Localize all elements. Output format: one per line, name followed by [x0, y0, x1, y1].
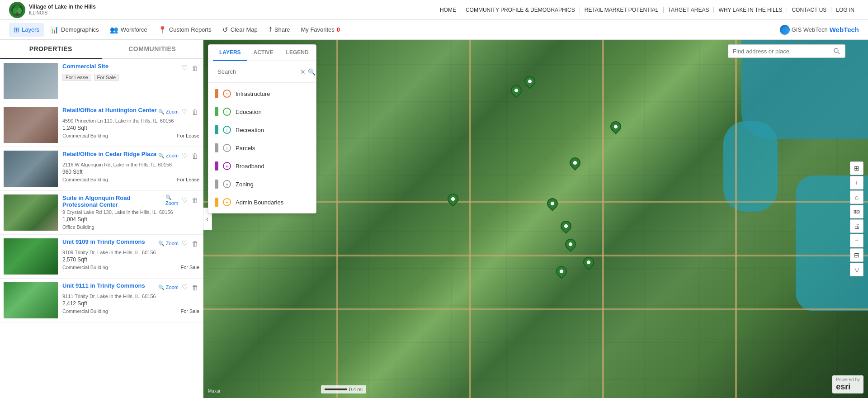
tab-layers[interactable]: LAYERS — [213, 45, 247, 61]
esri-logo: Powered by esri — [832, 375, 863, 393]
site-logo: Village of Lake in the Hills ILLINOIS — [9, 2, 96, 18]
map-grid-button[interactable]: ⊞ — [850, 161, 863, 175]
delete-button[interactable]: 🗑 — [191, 107, 199, 117]
property-actions: 🔍 Zoom ♡ 🗑 — [158, 107, 199, 117]
gis-globe-icon: 🌐 — [780, 25, 790, 35]
property-name[interactable]: Unit 9111 in Trinity Commons — [62, 282, 145, 289]
layer-name: Zoning — [236, 181, 254, 188]
map-home-button[interactable]: ⌂ — [850, 190, 863, 204]
property-lease: For Sale — [180, 308, 199, 314]
map-road-vertical-2 — [469, 40, 471, 398]
favorite-button[interactable]: ♡ — [181, 107, 189, 117]
my-favorites-button[interactable]: My Favorites 0 — [296, 24, 344, 36]
demographics-button[interactable]: 📊 Demographics — [46, 23, 104, 37]
property-lease: For Lease — [177, 133, 199, 138]
layers-tabs: LAYERS ACTIVE LEGEND — [208, 45, 316, 61]
custom-reports-button[interactable]: 📍 Custom Reports — [154, 23, 216, 37]
tab-legend[interactable]: LEGEND — [280, 45, 315, 61]
main-content: PROPERTIES COMMUNITIES Commercial Site ♡… — [0, 40, 868, 398]
layers-search-input[interactable] — [213, 65, 298, 79]
favorite-button[interactable]: ♡ — [181, 63, 189, 73]
favorite-button[interactable]: ♡ — [181, 238, 189, 248]
map-search-input[interactable] — [733, 48, 830, 55]
favorite-button[interactable]: ♡ — [181, 151, 189, 161]
tag-for-lease: For Lease — [62, 74, 91, 81]
list-item: Unit 9111 in Trinity Commons 🔍 Zoom ♡ 🗑 … — [0, 279, 203, 322]
map-more-button[interactable]: ▽ — [850, 263, 863, 276]
nav-home[interactable]: HOME — [435, 7, 461, 13]
map-road-horizontal-3 — [203, 308, 868, 310]
delete-button[interactable]: 🗑 — [191, 195, 199, 205]
delete-button[interactable]: 🗑 — [191, 283, 199, 292]
nav-contact[interactable]: CONTACT US — [787, 7, 831, 13]
delete-button[interactable]: 🗑 — [191, 151, 199, 161]
layer-add-icon: + — [223, 144, 231, 152]
zoom-button[interactable]: 🔍 Zoom — [158, 284, 179, 290]
property-header: Suite in Algonquin Road Professional Cen… — [62, 194, 199, 208]
nav-target-areas[interactable]: TARGET AREAS — [664, 7, 714, 13]
property-lease: For Sale — [180, 265, 199, 270]
property-name[interactable]: Suite in Algonquin Road Professional Cen… — [62, 194, 165, 208]
layer-item-parcels[interactable]: + Parcels — [208, 139, 316, 157]
property-info: Commercial Site ♡ 🗑 For Lease For Sale — [62, 63, 199, 99]
map-search-bar — [728, 44, 845, 58]
property-type: Commercial Building — [62, 265, 108, 270]
layer-color-zoning — [215, 180, 218, 189]
layer-item-zoning[interactable]: + Zoning — [208, 175, 316, 193]
property-lease: For Lease — [177, 177, 199, 182]
map-zoom-in-button[interactable]: + — [850, 176, 863, 190]
property-name[interactable]: Retail/Office at Huntington Center — [62, 107, 157, 114]
clear-map-button[interactable]: ↺ Clear Map — [218, 23, 262, 37]
layer-name: Broadband — [236, 163, 264, 170]
property-info: Retail/Office at Huntington Center 🔍 Zoo… — [62, 107, 199, 143]
nav-why[interactable]: WHY LAKE IN THE HILLS — [714, 7, 787, 13]
workforce-button[interactable]: 👥 Workforce — [105, 23, 152, 37]
tab-communities[interactable]: COMMUNITIES — [102, 40, 203, 58]
layer-item-broadband[interactable]: + Broadband — [208, 157, 316, 175]
search-icon[interactable]: 🔍 — [308, 68, 316, 76]
property-actions: 🔍 Zoom ♡ 🗑 — [158, 238, 199, 248]
map-search-wrap — [728, 44, 845, 58]
map-print-button[interactable]: 🖨 — [850, 219, 863, 233]
share-icon: ⤴ — [269, 26, 272, 33]
property-name[interactable]: Retail/Office in Cedar Ridge Plaza — [62, 151, 156, 157]
delete-button[interactable]: 🗑 — [191, 63, 199, 73]
property-image — [4, 282, 58, 318]
property-header: Commercial Site ♡ 🗑 — [62, 63, 199, 73]
nav-retail[interactable]: RETAIL MARKET POTENTIAL — [580, 7, 664, 13]
nav-community-profile[interactable]: COMMUNITY PROFILE & DEMOGRAPHICS — [461, 7, 580, 13]
search-clear-icon[interactable]: ✕ — [300, 68, 306, 76]
delete-button[interactable]: 🗑 — [191, 239, 199, 248]
layers-button[interactable]: ⊞ Layers — [9, 23, 44, 37]
zoom-button[interactable]: 🔍 Zoom — [158, 241, 179, 246]
favorite-button[interactable]: ♡ — [181, 195, 189, 205]
map-3d-button[interactable]: 3D — [850, 205, 863, 218]
map-area[interactable]: LAYERS ACTIVE LEGEND ✕ 🔍 + Infrastructur… — [203, 40, 868, 398]
map-measure-button[interactable]: ⊟ — [850, 248, 863, 262]
layer-add-icon: + — [223, 180, 231, 188]
property-name[interactable]: Unit 9109 in Trinity Commons — [62, 238, 145, 245]
layer-item-recreation[interactable]: + Recreation — [208, 121, 316, 139]
layer-item-admin-boundaries[interactable]: + Admin Boundaries — [208, 193, 316, 211]
zoom-button[interactable]: 🔍 Zoom — [158, 153, 179, 159]
layer-add-icon: + — [223, 126, 231, 134]
zoom-button[interactable]: 🔍 Zoom — [158, 109, 179, 115]
list-item: Unit 9109 in Trinity Commons 🔍 Zoom ♡ 🗑 … — [0, 235, 203, 279]
property-size: 960 Sqft — [62, 169, 199, 175]
tab-properties[interactable]: PROPERTIES — [0, 40, 102, 59]
map-road-horizontal-2 — [203, 255, 868, 256]
layer-item-education[interactable]: + Education — [208, 103, 316, 121]
site-name: Village of Lake in the Hills ILLINOIS — [29, 4, 96, 15]
layer-color-parcels — [215, 143, 218, 152]
gis-brand-name: WebTech — [830, 26, 859, 33]
tab-active[interactable]: ACTIVE — [247, 45, 280, 61]
share-button[interactable]: ⤴ Share — [264, 23, 295, 36]
favorite-button[interactable]: ♡ — [181, 282, 189, 292]
property-image — [4, 194, 58, 231]
layer-item-infrastructure[interactable]: + Infrastructure — [208, 85, 316, 103]
nav-login[interactable]: LOG IN — [831, 7, 859, 13]
layers-search: ✕ 🔍 — [208, 61, 316, 83]
property-image — [4, 63, 58, 99]
map-zoom-out-button[interactable]: − — [850, 234, 863, 247]
zoom-button[interactable]: 🔍 Zoom — [165, 194, 179, 206]
